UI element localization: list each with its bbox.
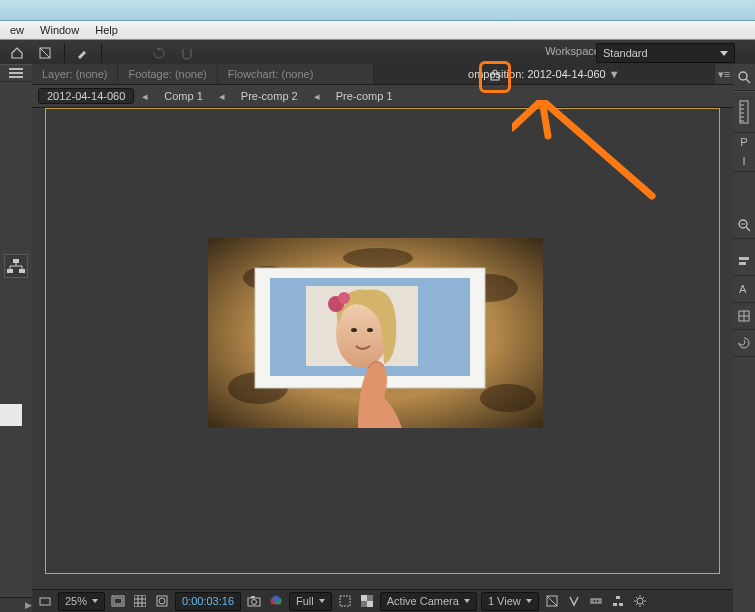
svg-point-40 (273, 596, 280, 603)
svg-point-26 (367, 328, 373, 332)
tab-label: Layer: (42, 68, 73, 80)
right-panel-i[interactable]: I (733, 151, 755, 172)
svg-rect-8 (740, 101, 748, 123)
grid-toggle-icon[interactable] (131, 593, 149, 610)
svg-rect-31 (114, 598, 122, 604)
svg-point-19 (480, 384, 536, 412)
camera-dropdown[interactable]: Active Camera (380, 592, 477, 611)
workspace-label: Workspace: (545, 45, 603, 57)
svg-rect-48 (613, 603, 617, 606)
timeline-icon[interactable] (587, 593, 605, 610)
svg-point-25 (351, 328, 357, 332)
svg-point-34 (159, 598, 165, 604)
view-value: 1 View (488, 595, 521, 607)
left-column (0, 64, 33, 598)
grid-icon[interactable] (733, 303, 755, 330)
region-icon[interactable] (336, 593, 354, 610)
toolbar-divider (101, 43, 102, 63)
svg-rect-4 (13, 259, 19, 263)
svg-point-50 (637, 598, 643, 604)
tab-flowchart[interactable]: Flowchart: (none) (218, 64, 374, 84)
tool-unknown-icon[interactable] (32, 42, 58, 64)
window-titlebar[interactable] (0, 0, 755, 21)
zoom-value: 25% (65, 595, 87, 607)
svg-point-36 (252, 600, 257, 605)
view-layout-dropdown[interactable]: 1 View (481, 592, 539, 611)
crumb-item[interactable]: Comp 1 (156, 89, 211, 103)
crumb-item[interactable]: Pre-comp 2 (233, 89, 306, 103)
mini-flowchart-icon[interactable] (4, 254, 28, 278)
menu-bar: ew Window Help (0, 21, 755, 40)
svg-rect-1 (9, 68, 23, 70)
transparency-grid-icon[interactable] (358, 593, 376, 610)
svg-rect-2 (9, 72, 23, 74)
flowchart-icon[interactable] (609, 593, 627, 610)
resolution-dropdown[interactable]: Full (289, 592, 332, 611)
svg-point-28 (338, 292, 350, 304)
chevron-left-icon: ◂ (217, 90, 227, 103)
svg-rect-11 (739, 262, 746, 265)
tab-value: 2012-04-14-060 (527, 68, 605, 80)
snapshot-icon[interactable] (245, 593, 263, 610)
timecode-value: 0:00:03:16 (182, 595, 234, 607)
crumb-current[interactable]: 2012-04-14-060 (38, 88, 134, 104)
menu-help[interactable]: Help (87, 23, 126, 37)
right-panel-p[interactable]: P (733, 133, 755, 151)
main-panel: Layer: (none) Footage: (none) Flowchart:… (32, 64, 733, 612)
safe-zones-icon[interactable] (109, 593, 127, 610)
tab-value: (none) (282, 68, 314, 80)
right-column: P I A (732, 64, 755, 612)
svg-point-20 (343, 248, 413, 268)
menu-window[interactable]: Window (32, 23, 87, 37)
workspace-value: Standard (603, 47, 648, 59)
align-icon[interactable] (733, 249, 755, 276)
always-preview-icon[interactable] (36, 593, 54, 610)
timecode-field[interactable]: 0:00:03:16 (175, 592, 241, 611)
rotate-tool-icon[interactable] (146, 42, 172, 64)
workspace-dropdown[interactable]: Standard (596, 43, 735, 63)
crumb-item[interactable]: Pre-comp 1 (328, 89, 401, 103)
left-column-footer: ▶ (0, 597, 34, 612)
play-icon[interactable]: ▶ (25, 600, 32, 610)
tab-composition[interactable]: omposition: 2012-04-14-060 ▼ (374, 64, 715, 84)
ruler-icon[interactable] (733, 91, 755, 133)
exposure-icon[interactable] (631, 593, 649, 610)
svg-rect-5 (7, 269, 13, 273)
swirl-icon[interactable] (733, 330, 755, 357)
snap-tool-icon[interactable] (174, 42, 200, 64)
chevron-left-icon: ◂ (312, 90, 322, 103)
pixel-aspect-icon[interactable] (543, 593, 561, 610)
svg-rect-43 (361, 595, 367, 601)
search-icon[interactable] (733, 64, 755, 91)
menu-view[interactable]: ew (2, 23, 32, 37)
tool-bar: Workspace: Standard (0, 40, 755, 66)
viewer-tabs: Layer: (none) Footage: (none) Flowchart:… (32, 64, 733, 85)
toolbar-divider (64, 43, 65, 63)
comp-breadcrumbs: 2012-04-14-060 ◂ Comp 1 ◂ Pre-comp 2 ◂ P… (32, 85, 733, 108)
panel-menu-icon[interactable]: ▾≡ (715, 64, 733, 84)
svg-rect-49 (619, 603, 623, 606)
zoom-icon[interactable] (733, 212, 755, 239)
zoom-dropdown[interactable]: 25% (58, 592, 105, 611)
svg-rect-32 (134, 595, 146, 607)
char-icon[interactable]: A (733, 276, 755, 303)
brush-tool-icon[interactable] (69, 42, 95, 64)
svg-rect-3 (9, 76, 23, 78)
svg-rect-37 (251, 596, 255, 598)
panel-menu-icon[interactable] (0, 64, 32, 82)
tab-layer[interactable]: Layer: (none) (32, 64, 118, 84)
app-root: ew Window Help Workspace: Standard (0, 0, 755, 612)
svg-text:A: A (739, 283, 747, 295)
left-selection-indicator (0, 404, 22, 426)
mask-toggle-icon[interactable] (153, 593, 171, 610)
svg-rect-44 (367, 601, 373, 607)
composition-viewer[interactable] (32, 108, 733, 589)
annotation-highlight-box (479, 61, 511, 93)
chevron-left-icon: ◂ (140, 90, 150, 103)
fast-preview-icon[interactable] (565, 593, 583, 610)
svg-rect-29 (40, 598, 50, 605)
svg-rect-47 (616, 596, 620, 599)
home-tool-icon[interactable] (4, 42, 30, 64)
tab-footage[interactable]: Footage: (none) (118, 64, 217, 84)
channel-icon[interactable] (267, 593, 285, 610)
